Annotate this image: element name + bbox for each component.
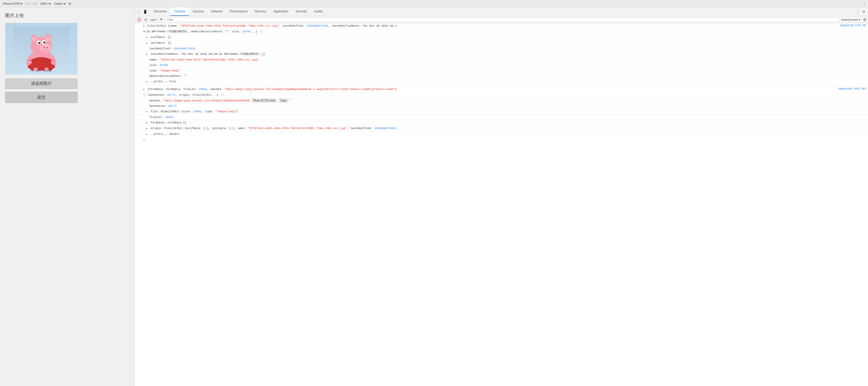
tab-audits[interactable]: Audits xyxy=(310,7,326,16)
tab-performance[interactable]: Performance xyxy=(226,7,251,16)
submit-btn[interactable]: 提交 xyxy=(5,92,78,103)
expand-arrow-file-blob[interactable] xyxy=(146,110,149,114)
expand-arrow-1[interactable] xyxy=(143,24,146,28)
console-prompt-content: > xyxy=(142,137,868,142)
line-content-formdata-b: ", base64Len: 20771, origin: File(33791)… xyxy=(142,92,868,98)
line-content-name: name: "df03f28d-a3d8-440e-bfd3-fd67e8fe2… xyxy=(142,57,868,62)
expand-arrow-iptcdata[interactable] xyxy=(146,41,149,45)
expand-arrow-origin[interactable] xyxy=(146,126,149,131)
file-object-text: File(33791) {name: "df03f28d-a3d8-440e-b… xyxy=(148,24,397,27)
connection-select[interactable]: Online xyxy=(53,2,67,5)
console-line-formdata-b: ", base64Len: 20771, origin: File(33791)… xyxy=(134,92,868,98)
close-devtools-btn[interactable]: ✕ xyxy=(862,9,866,14)
line-content-1b: 9:33 GMT+0800 (中国标准时间), webkitRelativePa… xyxy=(142,29,868,34)
top-selector[interactable]: top ▾ xyxy=(149,17,158,22)
console-line-lastmodifieddate: lastModifiedDate: Thu Dec 20 2018 20:39:… xyxy=(134,52,868,57)
toolbar-sep-1: 375 × 667 xyxy=(25,2,37,5)
expand-arrow-formdata[interactable] xyxy=(143,87,146,92)
devtools-tab-bar: ⬚ 📱 Elements Console Sources Network Per… xyxy=(134,7,868,16)
line-gutter-exifdata xyxy=(134,35,142,40)
tab-security[interactable]: Security xyxy=(292,7,310,16)
line-gutter-filelen xyxy=(134,115,142,120)
line-gutter-origin xyxy=(134,126,142,131)
console-settings-btn[interactable]: ⚙ xyxy=(863,18,866,22)
cache-icon-btn[interactable]: ⊘ xyxy=(68,2,71,6)
tab-network[interactable]: Network xyxy=(208,7,226,16)
console-line-type: type: "image/jpeg" xyxy=(134,68,868,73)
line-content-sep xyxy=(142,85,868,86)
watermark-text: ◎（jbk）...好的呢 xyxy=(31,69,52,73)
tab-sources[interactable]: Sources xyxy=(189,7,208,16)
device-select[interactable]: iPhone 6/7/8 xyxy=(2,2,23,5)
expand-arrow-formdata-obj[interactable] xyxy=(146,121,149,125)
line-gutter-formdata xyxy=(134,87,142,92)
mobile-icon-btn[interactable]: 📱 xyxy=(143,9,148,14)
devtools-right-icons: ⋮ ✕ xyxy=(854,9,868,14)
expand-arrow-proto-file[interactable] xyxy=(146,80,149,84)
console-line-origin: origin: File(33791) {exifdata: {…}, iptc… xyxy=(134,126,868,131)
console-filter-btn[interactable]: ⊘ xyxy=(143,17,148,22)
console-prompt-line[interactable]: > xyxy=(134,137,868,142)
console-filter-input[interactable] xyxy=(165,17,838,22)
line-content-formdata: {formData: FormData, fileLen: 15561, bas… xyxy=(142,87,836,92)
line-content-filelen: fileLen: 15561 xyxy=(142,115,868,120)
copy-btn[interactable]: Copy xyxy=(279,98,288,102)
peppa-container xyxy=(5,23,77,74)
tab-elements[interactable]: Elements xyxy=(150,7,170,16)
line-gutter-proto-obj xyxy=(134,131,142,137)
console-line-name: name: "df03f28d-a3d8-440e-bfd3-fd67e8fe2… xyxy=(134,57,868,63)
console-line-file-blob: file: Blob(15561) {size: 15561, type: "i… xyxy=(134,109,868,115)
default-levels-btn[interactable]: Default levels ▾ xyxy=(839,17,862,22)
width-value: 375 xyxy=(25,2,29,5)
default-levels-label: Default levels xyxy=(841,18,858,21)
inspect-icon-btn[interactable]: ⬚ xyxy=(136,9,141,14)
tab-memory[interactable]: Memory xyxy=(251,7,270,16)
default-levels-arrow: ▾ xyxy=(859,18,860,21)
line-content-size: size: 33791 xyxy=(142,63,868,68)
line-source-formdata[interactable]: imgupload.html:102 xyxy=(836,87,868,91)
console-line-webkitpath: webkitRelativePath: "" xyxy=(134,73,868,79)
line-content-1: File(33791) {name: "df03f28d-a3d8-440e-b… xyxy=(142,23,837,29)
mobile-preview-area: 图片上传 xyxy=(0,7,134,386)
console-line-1b: 9:33 GMT+0800 (中国标准时间), webkitRelativePa… xyxy=(134,29,868,35)
line-gutter-iptcdata xyxy=(134,40,142,46)
peppa-pig-svg xyxy=(13,27,70,71)
expand-arrow-proto-obj[interactable] xyxy=(146,132,149,136)
peppa-pig-image: ◎（jbk）...好的呢 xyxy=(5,23,77,74)
main-layout: 图片上传 xyxy=(0,7,868,386)
devtools-left-icons: ⬚ 📱 xyxy=(134,7,150,16)
console-line-1: File(33791) {name: "df03f28d-a3d8-440e-b… xyxy=(134,23,868,29)
line-gutter-formdata-b xyxy=(134,92,142,98)
expand-arrow-exifdata[interactable] xyxy=(146,35,149,39)
select-image-btn[interactable]: 请选择图片 xyxy=(5,79,78,89)
console-line-sep xyxy=(134,85,868,87)
zoom-select[interactable]: 100% xyxy=(39,2,52,5)
line-content-webkitpath: webkitRelativePath: "" xyxy=(142,73,868,79)
console-prompt-input[interactable] xyxy=(148,138,184,141)
more-options-btn[interactable]: ⋮ xyxy=(862,2,866,6)
tab-console[interactable]: Console xyxy=(170,7,189,16)
line-content-proto-obj: __proto__: Object xyxy=(142,131,868,137)
line-gutter-name xyxy=(134,57,142,62)
line-content-lastmodified: lastModified: 1545309573332 xyxy=(142,46,868,51)
line-gutter-1b xyxy=(134,29,142,34)
line-source-1[interactable]: imgupload.html:98 xyxy=(837,23,868,27)
svg-point-20 xyxy=(45,42,45,42)
show-more-btn[interactable]: Show 20 721 more xyxy=(252,98,277,102)
device-toolbar: iPhone 6/7/8 375 × 667 100% Online ⊘ ⋮ xyxy=(0,0,868,7)
console-line-proto-file: __proto__: File xyxy=(134,79,868,85)
tab-application[interactable]: Application xyxy=(270,7,292,16)
expand-arrow-lastmodifieddate[interactable] xyxy=(146,52,149,56)
line-content-lastmodifieddate: lastModifiedDate: Thu Dec 20 2018 20:39:… xyxy=(142,52,868,57)
more-tabs-btn[interactable]: ⋮ xyxy=(856,9,860,14)
line-content-iptcdata: iptcdata: {} xyxy=(142,40,868,46)
devtools-panel: ⬚ 📱 Elements Console Sources Network Per… xyxy=(134,7,868,386)
console-output: File(33791) {name: "df03f28d-a3d8-440e-b… xyxy=(134,23,868,386)
console-line-formdata: {formData: FormData, fileLen: 15561, bas… xyxy=(134,87,868,92)
device-selector[interactable]: iPhone 6/7/8 xyxy=(2,2,23,5)
clear-console-btn[interactable]: 🚫 xyxy=(136,17,142,22)
line-content-base64: base64: "data:image/jpeg;base64,/9j/4AAQ… xyxy=(142,98,868,103)
eye-btn[interactable]: 👁 xyxy=(159,17,164,22)
svg-point-19 xyxy=(39,42,40,43)
line-content-type: type: "image/jpeg" xyxy=(142,68,868,73)
